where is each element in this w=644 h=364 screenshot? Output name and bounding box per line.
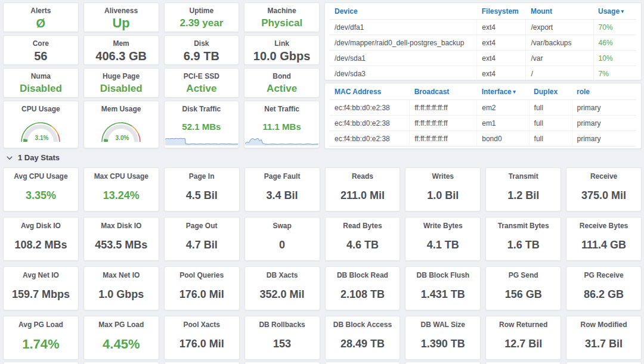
- panel-title[interactable]: Max PG Load: [98, 321, 144, 329]
- table-cell: /var: [526, 51, 593, 66]
- stat-value-wrap: 4.7 Bil: [165, 230, 239, 260]
- panel-page-out: Page Out4.7 Bil: [164, 217, 240, 261]
- panel-db-xacts: DB Xacts352.0 Mil: [244, 266, 320, 310]
- panel-title[interactable]: Page Out: [186, 222, 218, 230]
- stat-value: 156 GB: [505, 288, 542, 301]
- panel-title[interactable]: Receive Bytes: [580, 222, 628, 230]
- stat-value-wrap: 2.108 TB: [326, 279, 400, 310]
- table-cell: ext4: [477, 51, 526, 66]
- stat-value: 1.6 TB: [507, 239, 540, 251]
- panel-title[interactable]: Avg CPU Usage: [14, 172, 67, 181]
- panel-title[interactable]: Pool Xacts: [184, 321, 220, 329]
- panel-title[interactable]: Numa: [31, 72, 51, 80]
- panel-avg-net-io: Avg Net IO159.7 Mbps: [3, 266, 79, 310]
- panel-title[interactable]: Page Fault: [264, 172, 301, 181]
- column-header-role[interactable]: role: [572, 83, 636, 100]
- panel-title[interactable]: Machine: [268, 7, 296, 15]
- panel-title[interactable]: DB Block Flush: [416, 271, 469, 279]
- column-header-mount[interactable]: Mount: [526, 3, 593, 20]
- table-cell: ext4: [477, 20, 526, 35]
- stat-value-wrap: 10.0 Gbps: [244, 48, 319, 64]
- stat-value-wrap: 1.0 Bil: [405, 181, 480, 211]
- stat-value-wrap: 153: [245, 329, 320, 359]
- panel-title[interactable]: Alerts: [30, 7, 51, 15]
- panel-title[interactable]: Writes: [432, 172, 454, 181]
- stat-value: 153: [273, 338, 291, 350]
- stat-value-wrap: 156 GB: [486, 279, 561, 310]
- panel-title[interactable]: Write Bytes: [423, 222, 463, 230]
- panel-title[interactable]: Page In: [189, 172, 215, 181]
- stat-value: 375.0 Mil: [581, 189, 626, 202]
- panel-avg-disk-io: Avg Disk IO108.2 MBs: [3, 217, 79, 261]
- panel-disk: Disk6.9 TB: [164, 35, 240, 65]
- column-header-usage[interactable]: Usage ▾: [593, 3, 636, 20]
- column-header-mac-address[interactable]: MAC Address: [330, 83, 410, 100]
- panel-title[interactable]: DB Rollbacks: [259, 321, 305, 329]
- stat-value-wrap: 56: [4, 48, 78, 64]
- panel-title[interactable]: Link: [274, 39, 289, 48]
- panel-title[interactable]: Avg PG Load: [18, 321, 63, 329]
- stat-value: 0: [279, 239, 285, 251]
- stat-value: 352.0 Mil: [260, 288, 305, 301]
- panel-title[interactable]: Mem: [113, 39, 129, 48]
- panel-title[interactable]: Huge Page: [103, 72, 140, 80]
- panel-title[interactable]: Max Net IO: [103, 271, 140, 279]
- section-row-1-day-stats[interactable]: 1 Day Stats: [6, 153, 60, 162]
- panel-title[interactable]: DB WAL Size: [421, 321, 465, 329]
- column-header-device[interactable]: Device: [330, 3, 477, 20]
- panel-title[interactable]: Row Modified: [581, 321, 627, 329]
- panel-title[interactable]: PG Send: [509, 271, 538, 279]
- column-header-broadcast[interactable]: Broadcast: [410, 83, 477, 100]
- panel-title[interactable]: Aliveness: [104, 7, 138, 15]
- panel-title[interactable]: Transmit: [509, 172, 538, 181]
- panel-title[interactable]: Transmit Bytes: [498, 222, 549, 230]
- column-header-interface[interactable]: Interface ▾: [477, 83, 529, 100]
- panel-transmit-bytes: Transmit Bytes1.6 TB: [485, 217, 561, 261]
- gauge-value: 3.1%: [35, 135, 49, 141]
- panel-receive-bytes: Receive Bytes111.4 GB: [566, 217, 642, 261]
- panel-title[interactable]: Max Disk IO: [101, 222, 141, 230]
- panel-title[interactable]: CPU Usage: [21, 105, 60, 113]
- filesystem-table-panel: DeviceFilesystemMountUsage ▾/dev/dfa1ext…: [324, 2, 642, 80]
- panel-title[interactable]: Swap: [273, 222, 291, 230]
- panel-title[interactable]: Disk Traffic: [182, 105, 221, 113]
- panel-title[interactable]: DB Xacts: [267, 271, 298, 279]
- panel-page-fault: Page Fault3.4 Bil: [244, 167, 320, 211]
- panel-title[interactable]: Avg Net IO: [23, 271, 59, 279]
- sparkline-disk-traffic: [165, 135, 239, 145]
- stat-value: Physical: [261, 17, 302, 29]
- panel-title[interactable]: Avg Disk IO: [21, 222, 61, 230]
- network-table-panel: MAC AddressBroadcastInterface ▾Duplexrol…: [324, 83, 642, 149]
- stat-value-wrap: 31.7 Bil: [566, 329, 641, 359]
- table-cell: ec:f4:bb:d0:e2:38: [330, 116, 410, 131]
- panel-title[interactable]: PG Receive: [584, 271, 624, 279]
- table-cell: ext4: [477, 35, 526, 51]
- stat-value: 2.39 year: [179, 17, 223, 29]
- table-cell: primary: [572, 100, 636, 116]
- panel-title[interactable]: Core: [33, 39, 49, 48]
- panel-title[interactable]: Net Traffic: [264, 105, 299, 113]
- panel-title[interactable]: Max CPU Usage: [94, 172, 148, 181]
- panel-title[interactable]: Bond: [273, 72, 291, 80]
- stat-value-wrap: 2.39 year: [165, 15, 239, 32]
- panel-title[interactable]: Pool Queries: [179, 271, 224, 279]
- panel-title[interactable]: PCI-E SSD: [184, 72, 219, 80]
- stat-value-wrap: 1.6 TB: [486, 230, 561, 260]
- column-header-filesystem[interactable]: Filesystem: [477, 3, 526, 20]
- column-header-duplex[interactable]: Duplex: [529, 83, 572, 100]
- table-cell: full: [529, 100, 572, 116]
- panel-title[interactable]: Read Bytes: [343, 222, 382, 230]
- panel-avg-cpu-usage: Avg CPU Usage3.35%: [3, 167, 79, 211]
- table-row: /dev/sda3ext4/7%: [330, 66, 636, 81]
- panel-title[interactable]: DB Block Read: [337, 271, 388, 279]
- stat-value-wrap: Ø: [4, 15, 78, 32]
- panel-title[interactable]: Disk: [194, 39, 209, 48]
- panel-title[interactable]: Mem Usage: [101, 105, 141, 113]
- stat-value-wrap: 28.49 TB: [326, 329, 400, 359]
- panel-max-cpu-usage: Max CPU Usage13.24%: [83, 167, 159, 211]
- panel-title[interactable]: Uptime: [190, 7, 214, 15]
- panel-title[interactable]: Row Returned: [499, 321, 547, 329]
- panel-title[interactable]: DB Block Access: [333, 321, 392, 329]
- panel-title[interactable]: Receive: [590, 172, 617, 181]
- panel-title[interactable]: Reads: [352, 172, 373, 181]
